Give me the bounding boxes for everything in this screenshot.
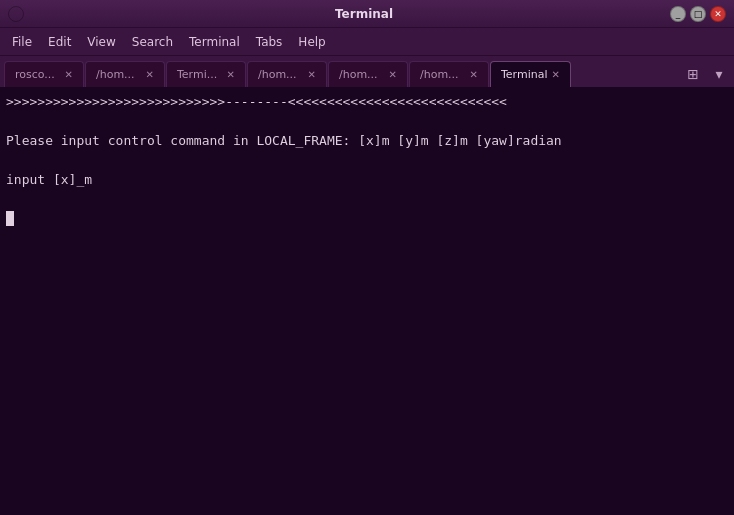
tab-close-button[interactable]: ✕	[470, 70, 478, 80]
terminal-line: input [x]_m	[6, 170, 728, 190]
tab-1[interactable]: rosco...✕	[4, 61, 84, 87]
menu-item-edit[interactable]: Edit	[40, 31, 79, 53]
tab-label: /hom...	[258, 68, 304, 81]
tab-close-button[interactable]: ✕	[146, 70, 154, 80]
tab-bar-icons: ⊞▾	[682, 63, 730, 87]
terminal-area[interactable]: >>>>>>>>>>>>>>>>>>>>>>>>>>>>--------<<<<…	[0, 88, 734, 515]
tab-close-button[interactable]: ✕	[227, 70, 235, 80]
tab-label: /hom...	[96, 68, 142, 81]
tab-label: Termi...	[177, 68, 223, 81]
tab-6[interactable]: /hom...✕	[409, 61, 489, 87]
menu-item-help[interactable]: Help	[290, 31, 333, 53]
spacer	[8, 6, 24, 22]
terminal-line: >>>>>>>>>>>>>>>>>>>>>>>>>>>>--------<<<<…	[6, 92, 728, 112]
tab-4[interactable]: /hom...✕	[247, 61, 327, 87]
tab-bar: rosco...✕/hom...✕Termi...✕/hom...✕/hom..…	[0, 56, 734, 88]
tab-close-button[interactable]: ✕	[389, 70, 397, 80]
menu-item-file[interactable]: File	[4, 31, 40, 53]
close-button[interactable]: ✕	[710, 6, 726, 22]
window-title: Terminal	[58, 7, 670, 21]
tab-dropdown-button[interactable]: ▾	[708, 63, 730, 85]
minimize-button[interactable]: _	[670, 6, 686, 22]
tab-2[interactable]: /hom...✕	[85, 61, 165, 87]
tab-3[interactable]: Termi...✕	[166, 61, 246, 87]
tab-5[interactable]: /hom...✕	[328, 61, 408, 87]
menu-item-search[interactable]: Search	[124, 31, 181, 53]
tab-label: rosco...	[15, 68, 61, 81]
terminal-cursor	[6, 211, 14, 226]
tab-close-button[interactable]: ✕	[65, 70, 73, 80]
maximize-button[interactable]: □	[690, 6, 706, 22]
tab-7[interactable]: Terminal✕	[490, 61, 571, 87]
scroll-tabs-button[interactable]: ⊞	[682, 63, 704, 85]
tab-label: Terminal	[501, 68, 548, 81]
menu-item-tabs[interactable]: Tabs	[248, 31, 291, 53]
tab-label: /hom...	[339, 68, 385, 81]
tab-close-button[interactable]: ✕	[552, 70, 560, 80]
menu-bar: FileEditViewSearchTerminalTabsHelp	[0, 28, 734, 56]
tab-close-button[interactable]: ✕	[308, 70, 316, 80]
window-controls: _ □ ✕	[670, 6, 726, 22]
menu-item-terminal[interactable]: Terminal	[181, 31, 248, 53]
title-bar: Terminal _ □ ✕	[0, 0, 734, 28]
tab-label: /hom...	[420, 68, 466, 81]
menu-item-view[interactable]: View	[79, 31, 123, 53]
terminal-line: Please input control command in LOCAL_FR…	[6, 131, 728, 151]
